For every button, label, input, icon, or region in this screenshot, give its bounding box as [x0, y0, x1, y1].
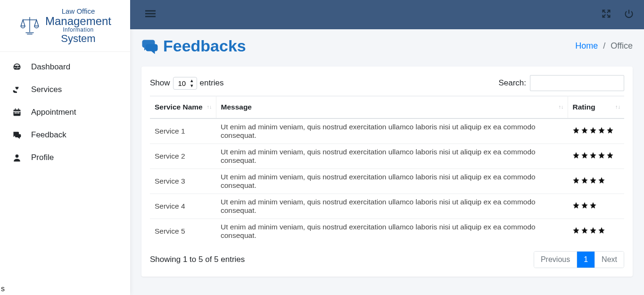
bars-icon	[145, 8, 156, 19]
cell-service: Service 1	[150, 118, 216, 144]
table-info: Showing 1 to 5 of 5 entries	[150, 255, 245, 264]
brand[interactable]: Law Office Management Information System	[0, 0, 130, 52]
svg-rect-13	[145, 10, 156, 12]
sidebar-item-label: Appointment	[31, 108, 76, 117]
gauge-icon	[11, 62, 23, 72]
sidebar-item-appointment[interactable]: Appointment	[0, 101, 130, 124]
col-service-label: Service Name	[155, 103, 203, 111]
brand-line1: Law Office	[62, 8, 95, 15]
comments-icon	[11, 130, 23, 140]
sidebar-item-feedback[interactable]: Feedback	[0, 124, 130, 146]
user-icon	[11, 153, 23, 162]
sidebar-item-dashboard[interactable]: Dashboard	[0, 56, 130, 78]
show-label-pre: Show	[150, 78, 170, 88]
stray-char: s	[1, 285, 5, 293]
table-row: Service 4Ut enim ad minim veniam, quis n…	[150, 194, 624, 219]
cell-service: Service 2	[150, 144, 216, 169]
search-label: Search:	[498, 78, 526, 88]
sidebar: Law Office Management Information System…	[0, 0, 130, 295]
cell-service: Service 4	[150, 194, 216, 219]
pagination: Previous 1 Next	[534, 251, 624, 268]
table-row: Service 5Ut enim ad minim veniam, quis n…	[150, 219, 624, 244]
card: Show 10 ▴▾ entries Search: Service	[141, 67, 633, 277]
brand-line3: Information	[63, 27, 94, 33]
cell-message: Ut enim ad minim veniam, quis nostrud ex…	[216, 169, 568, 194]
search-input[interactable]	[530, 75, 624, 91]
feedback-table: Service Name ↑↓ Message ↑↓ Rating ↑↓	[150, 96, 624, 244]
topbar	[130, 0, 644, 29]
content-header: Feedbacks Home / Office	[130, 29, 644, 61]
sidebar-item-label: Dashboard	[31, 62, 70, 72]
table-row: Service 1Ut enim ad minim veniam, quis n…	[150, 118, 624, 144]
brand-line2: Management	[45, 15, 111, 27]
breadcrumb-current: Office	[611, 41, 633, 51]
svg-point-12	[16, 154, 19, 158]
cell-message: Ut enim ad minim veniam, quis nostrud ex…	[216, 194, 568, 219]
length-selector: Show 10 ▴▾ entries	[150, 77, 224, 90]
comments-icon	[141, 38, 158, 55]
cell-rating	[568, 194, 624, 219]
sidebar-item-label: Profile	[31, 153, 54, 162]
svg-rect-10	[17, 112, 18, 114]
sort-icon: ↑↓	[615, 105, 620, 109]
hands-heart-icon	[11, 85, 23, 94]
fullscreen-button[interactable]	[602, 9, 611, 20]
table-row: Service 3Ut enim ad minim veniam, quis n…	[150, 169, 624, 194]
sidebar-item-label: Services	[31, 85, 62, 94]
cell-rating	[568, 118, 624, 144]
cell-message: Ut enim ad minim veniam, quis nostrud ex…	[216, 219, 568, 244]
page-length-select[interactable]: 10	[173, 77, 197, 90]
page-1-button[interactable]: 1	[577, 252, 594, 268]
sort-icon: ↑↓	[207, 105, 212, 109]
svg-rect-14	[145, 13, 156, 15]
col-message-label: Message	[221, 103, 252, 111]
svg-rect-7	[15, 109, 16, 110]
scales-icon	[19, 15, 41, 37]
svg-rect-11	[18, 112, 20, 114]
cell-service: Service 5	[150, 219, 216, 244]
show-label-post: entries	[200, 78, 224, 88]
svg-rect-15	[145, 16, 156, 17]
prev-button[interactable]: Previous	[534, 252, 577, 268]
col-message[interactable]: Message ↑↓	[216, 96, 568, 119]
breadcrumb-home[interactable]: Home	[575, 41, 598, 51]
main: Feedbacks Home / Office Show 10 ▴▾ entri…	[130, 0, 644, 295]
breadcrumb-sep: /	[603, 41, 605, 51]
breadcrumb: Home / Office	[575, 41, 633, 51]
cell-rating	[568, 144, 624, 169]
sidebar-item-profile[interactable]: Profile	[0, 146, 130, 169]
nav: DashboardServicesAppointmentFeedbackProf…	[0, 52, 130, 173]
menu-toggle-button[interactable]	[145, 8, 156, 21]
cell-rating	[568, 169, 624, 194]
page-title-text: Feedbacks	[163, 37, 246, 55]
calendar-icon	[11, 108, 23, 117]
cell-service: Service 3	[150, 169, 216, 194]
sidebar-item-services[interactable]: Services	[0, 78, 130, 101]
col-service[interactable]: Service Name ↑↓	[150, 96, 216, 119]
expand-icon	[602, 9, 611, 18]
cell-message: Ut enim ad minim veniam, quis nostrud ex…	[216, 144, 568, 169]
table-row: Service 2Ut enim ad minim veniam, quis n…	[150, 144, 624, 169]
cell-message: Ut enim ad minim veniam, quis nostrud ex…	[216, 118, 568, 144]
sidebar-item-label: Feedback	[31, 130, 66, 140]
next-button[interactable]: Next	[594, 252, 624, 268]
power-button[interactable]	[624, 9, 634, 20]
power-icon	[624, 9, 634, 18]
col-rating-label: Rating	[573, 103, 595, 111]
cell-rating	[568, 219, 624, 244]
brand-line4: System	[61, 33, 95, 44]
svg-rect-9	[15, 112, 16, 114]
page-title: Feedbacks	[141, 37, 246, 55]
sort-icon: ↑↓	[559, 105, 564, 109]
svg-rect-8	[18, 109, 19, 110]
col-rating[interactable]: Rating ↑↓	[568, 96, 624, 119]
